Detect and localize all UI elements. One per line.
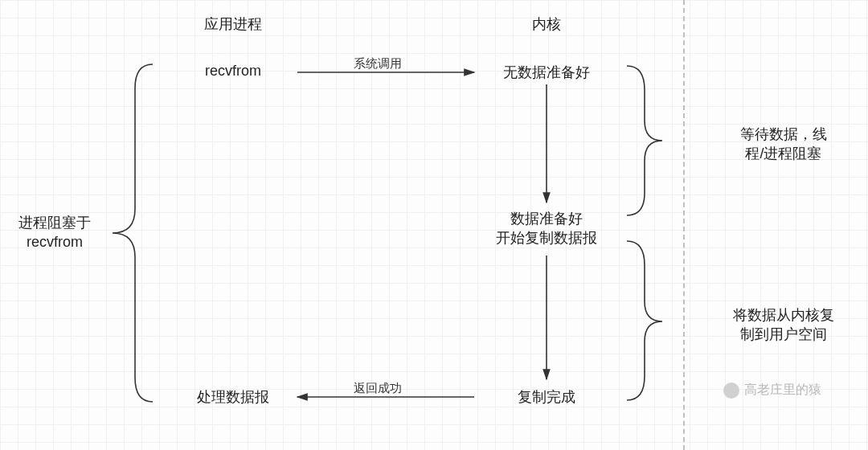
right-copy-user: 将数据从内核复 制到用户空间 [715,305,852,345]
kernel-no-data: 无数据准备好 [482,63,611,82]
left-blocked-label: 进程阻塞于 recvfrom [6,213,103,252]
right-wait-data: 等待数据，线 程/进程阻塞 [715,125,852,164]
kernel-copy-done: 复制完成 [482,387,611,407]
watermark: 高老庄里的猿 [723,382,821,399]
watermark-icon [723,382,739,399]
right-copy-user-text: 将数据从内核复 制到用户空间 [733,307,834,342]
section-divider [683,0,685,450]
kernel-data-ready-text: 数据准备好 开始复制数据报 [496,211,597,246]
brace-left [113,64,153,402]
kernel-data-ready: 数据准备好 开始复制数据报 [482,209,611,248]
brace-right-copy [627,241,662,400]
app-process-datagram: 处理数据报 [173,387,293,407]
watermark-text: 高老庄里的猿 [744,382,821,399]
header-kernel: 内核 [514,14,579,34]
right-wait-data-text: 等待数据，线 程/进程阻塞 [740,126,827,162]
brace-right-wait [627,66,662,215]
left-blocked-text: 进程阻塞于 recvfrom [18,215,91,250]
header-app-process: 应用进程 [185,14,281,34]
arrow-return-label: 返回成功 [330,381,426,396]
app-recvfrom: recvfrom [173,63,293,80]
arrow-syscall-label: 系统调用 [330,56,426,72]
